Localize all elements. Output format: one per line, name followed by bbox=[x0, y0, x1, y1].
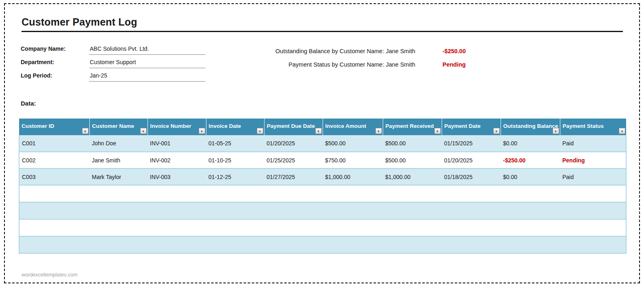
column-header-outstanding-balance: Outstanding Balance▼ bbox=[501, 119, 560, 135]
filter-dropdown-button[interactable]: ▼ bbox=[257, 128, 263, 134]
empty-cell[interactable] bbox=[147, 236, 206, 253]
empty-cell[interactable] bbox=[501, 236, 560, 253]
column-header-payment-date: Payment Date▼ bbox=[442, 119, 501, 135]
empty-cell[interactable] bbox=[383, 185, 442, 202]
empty-cell[interactable] bbox=[19, 236, 89, 253]
column-header-label: Invoice Amount bbox=[325, 123, 366, 129]
table-cell[interactable]: John Doe bbox=[89, 135, 147, 152]
empty-table-row bbox=[19, 236, 626, 253]
table-cell[interactable]: C001 bbox=[19, 135, 89, 152]
table-cell[interactable]: Pending bbox=[560, 152, 626, 168]
empty-cell[interactable] bbox=[323, 219, 383, 236]
empty-cell[interactable] bbox=[206, 202, 264, 219]
empty-cell[interactable] bbox=[19, 219, 89, 236]
table-cell[interactable]: C003 bbox=[19, 168, 89, 185]
title-rule bbox=[22, 31, 623, 32]
filter-dropdown-button[interactable]: ▼ bbox=[493, 128, 500, 134]
empty-cell[interactable] bbox=[560, 202, 626, 219]
empty-cell[interactable] bbox=[19, 185, 89, 202]
empty-cell[interactable] bbox=[323, 236, 383, 253]
empty-cell[interactable] bbox=[442, 236, 501, 253]
empty-cell[interactable] bbox=[501, 219, 560, 236]
empty-cell[interactable] bbox=[264, 219, 323, 236]
data-section-label: Data: bbox=[21, 100, 36, 107]
empty-cell[interactable] bbox=[442, 219, 501, 236]
table-cell[interactable]: C002 bbox=[19, 152, 89, 168]
empty-cell[interactable] bbox=[206, 219, 264, 236]
empty-cell[interactable] bbox=[264, 202, 323, 219]
empty-cell[interactable] bbox=[560, 236, 626, 253]
empty-cell[interactable] bbox=[147, 202, 206, 219]
empty-cell[interactable] bbox=[206, 236, 264, 253]
empty-cell[interactable] bbox=[264, 185, 323, 202]
log-period-row: Log Period: Jan-25 bbox=[21, 68, 206, 82]
empty-cell[interactable] bbox=[383, 219, 442, 236]
table-cell[interactable]: 01/20/2025 bbox=[264, 135, 323, 152]
department-row: Department: Customer Support bbox=[21, 55, 206, 68]
table-cell[interactable]: $500.00 bbox=[383, 135, 442, 152]
empty-cell[interactable] bbox=[147, 219, 206, 236]
empty-cell[interactable] bbox=[560, 185, 626, 202]
filter-dropdown-button[interactable]: ▼ bbox=[619, 128, 625, 134]
column-header-label: Payment Due Date bbox=[267, 123, 315, 129]
table-cell[interactable]: 01-10-25 bbox=[206, 152, 264, 168]
table-cell[interactable]: $0.00 bbox=[501, 135, 560, 152]
empty-cell[interactable] bbox=[19, 202, 89, 219]
table-cell[interactable]: -$250.00 bbox=[501, 152, 560, 168]
table-cell[interactable]: INV-001 bbox=[147, 135, 206, 152]
table-cell[interactable]: $750.00 bbox=[323, 152, 383, 168]
filter-arrow-icon: ▼ bbox=[142, 130, 145, 133]
filter-dropdown-button[interactable]: ▼ bbox=[375, 128, 382, 134]
empty-cell[interactable] bbox=[383, 202, 442, 219]
company-name-field[interactable]: ABC Solutions Pvt. Ltd. bbox=[89, 45, 206, 55]
filter-dropdown-button[interactable]: ▼ bbox=[82, 128, 89, 134]
filter-dropdown-button[interactable]: ▼ bbox=[553, 128, 559, 134]
table-header: Customer ID▼Customer Name▼Invoice Number… bbox=[19, 119, 626, 135]
payment-table-wrap: Customer ID▼Customer Name▼Invoice Number… bbox=[19, 119, 627, 254]
department-field[interactable]: Customer Support bbox=[89, 59, 206, 68]
table-cell[interactable]: Paid bbox=[560, 168, 626, 185]
table-cell[interactable]: 01/25/2025 bbox=[264, 152, 323, 168]
table-cell[interactable]: $0.00 bbox=[501, 168, 560, 185]
empty-cell[interactable] bbox=[501, 202, 560, 219]
table-cell[interactable]: Paid bbox=[560, 135, 626, 152]
empty-cell[interactable] bbox=[89, 236, 147, 253]
table-row: C001John DoeINV-00101-05-2501/20/2025$50… bbox=[19, 135, 626, 152]
empty-cell[interactable] bbox=[89, 219, 147, 236]
filter-dropdown-button[interactable]: ▼ bbox=[315, 128, 322, 134]
table-cell[interactable]: $1,000.00 bbox=[323, 168, 383, 185]
table-cell[interactable]: INV-002 bbox=[147, 152, 206, 168]
table-cell[interactable]: Mark Taylor bbox=[89, 168, 147, 185]
filter-dropdown-button[interactable]: ▼ bbox=[199, 128, 205, 134]
table-cell[interactable]: INV-003 bbox=[147, 168, 206, 185]
empty-cell[interactable] bbox=[501, 185, 560, 202]
empty-cell[interactable] bbox=[206, 185, 264, 202]
table-cell[interactable]: 01/27/2025 bbox=[264, 168, 323, 185]
table-cell[interactable]: $1,000.00 bbox=[383, 168, 442, 185]
summary-block: Outstanding Balance by Customer Name: Ja… bbox=[260, 44, 466, 71]
empty-cell[interactable] bbox=[323, 202, 383, 219]
filter-dropdown-button[interactable]: ▼ bbox=[140, 128, 147, 134]
table-cell[interactable]: 01-12-25 bbox=[206, 168, 264, 185]
empty-cell[interactable] bbox=[89, 185, 147, 202]
table-cell[interactable]: 01-05-25 bbox=[206, 135, 264, 152]
department-label: Department: bbox=[21, 59, 89, 68]
table-cell[interactable]: Jane Smith bbox=[89, 152, 147, 168]
table-cell[interactable]: 01/18/2025 bbox=[442, 168, 501, 185]
empty-cell[interactable] bbox=[323, 185, 383, 202]
log-period-field[interactable]: Jan-25 bbox=[89, 72, 206, 82]
column-header-label: Invoice Number bbox=[150, 123, 191, 129]
empty-cell[interactable] bbox=[442, 185, 501, 202]
filter-dropdown-button[interactable]: ▼ bbox=[434, 128, 441, 134]
empty-cell[interactable] bbox=[560, 219, 626, 236]
table-cell[interactable]: $500.00 bbox=[323, 135, 383, 152]
empty-cell[interactable] bbox=[147, 185, 206, 202]
empty-table-row bbox=[19, 185, 626, 202]
empty-cell[interactable] bbox=[89, 202, 147, 219]
empty-cell[interactable] bbox=[442, 202, 501, 219]
empty-cell[interactable] bbox=[264, 236, 323, 253]
table-cell[interactable]: 01/20/2025 bbox=[442, 152, 501, 168]
table-cell[interactable]: 01/15/2025 bbox=[442, 135, 501, 152]
empty-cell[interactable] bbox=[383, 236, 442, 253]
table-cell[interactable]: $500.00 bbox=[383, 152, 442, 168]
